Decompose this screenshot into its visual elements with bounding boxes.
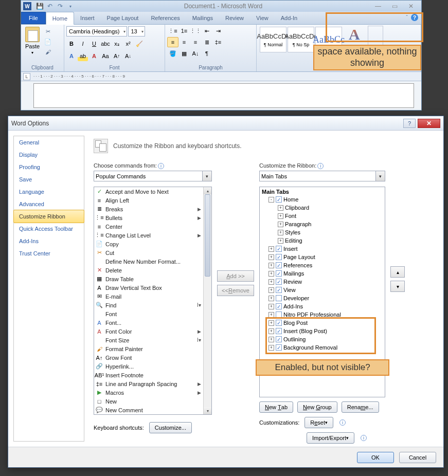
tree-item[interactable]: +Insert [261, 245, 384, 253]
tree-checkbox[interactable] [276, 196, 282, 203]
highlight-button[interactable]: ab [78, 51, 88, 61]
tree-item[interactable]: +Insert (Blog Post) [261, 327, 384, 335]
expander-icon[interactable]: + [268, 271, 274, 277]
tree-item[interactable]: +Styles [261, 228, 384, 236]
tree-item[interactable]: +Mailings [261, 269, 384, 278]
superscript-button[interactable]: x² [123, 39, 133, 49]
command-item[interactable]: AFont Color▶ [94, 327, 203, 336]
tab-review[interactable]: Review [219, 12, 250, 24]
command-item[interactable]: ≡Center [94, 222, 203, 231]
nav-item-quick-access-toolbar[interactable]: Quick Access Toolbar [14, 223, 84, 235]
command-item[interactable]: ✕Delete [94, 266, 203, 274]
expander-icon[interactable]: - [268, 197, 274, 203]
tab-view[interactable]: View [250, 12, 275, 24]
maximize-button[interactable]: ▭ [388, 3, 401, 10]
tree-item[interactable]: +Clipboard [261, 204, 384, 212]
font-size-combo[interactable]: 13▾ [128, 26, 145, 36]
expander-icon[interactable]: + [268, 320, 274, 326]
tree-checkbox[interactable] [276, 336, 282, 342]
command-item[interactable]: Font [94, 309, 203, 318]
command-item[interactable]: ‡≡Line and Paragraph Spacing▶ [94, 379, 203, 388]
command-item[interactable]: ✓Accept and Move to Next [94, 187, 203, 196]
tree-item[interactable]: +Editing [261, 236, 384, 245]
command-item[interactable]: 🖌Format Painter [94, 344, 203, 353]
command-item[interactable]: ADraw Vertical Text Box [94, 283, 203, 292]
expander-icon[interactable]: + [268, 328, 274, 334]
command-item[interactable]: ≡Align Left [94, 196, 203, 205]
nav-item-add-ins[interactable]: Add-Ins [14, 235, 84, 247]
tree-item[interactable]: -Home [261, 195, 384, 204]
expander-icon[interactable]: + [278, 238, 283, 244]
grow-font-button[interactable]: A↑ [112, 51, 122, 61]
tree-checkbox[interactable] [276, 254, 282, 260]
remove-button[interactable]: << Remove [217, 285, 254, 296]
dialog-close-button[interactable]: ✕ [418, 119, 440, 128]
info-icon[interactable]: i [158, 163, 164, 169]
nav-item-save[interactable]: Save [14, 173, 84, 186]
tree-checkbox[interactable] [276, 303, 282, 309]
expander-icon[interactable]: + [268, 345, 274, 351]
import-export-button[interactable]: Import/Export [307, 432, 354, 444]
paste-button[interactable]: Paste ▾ [23, 26, 42, 56]
dialog-help-button[interactable]: ? [403, 119, 416, 128]
nav-item-advanced[interactable]: Advanced [14, 198, 84, 210]
dec-indent-button[interactable]: ⇤ [201, 26, 212, 36]
tree-checkbox[interactable] [276, 262, 282, 268]
commands-listbox[interactable]: ✓Accept and Move to Next≡Align Left≣Brea… [94, 187, 212, 415]
tree-checkbox[interactable] [276, 287, 282, 293]
info-icon[interactable]: i [361, 435, 367, 441]
tree-checkbox[interactable] [276, 320, 282, 326]
shading-button[interactable]: 🪣 [167, 48, 178, 59]
help-icon[interactable]: ? [411, 14, 418, 21]
font-color-button[interactable]: A [89, 51, 99, 61]
new-group-button[interactable]: New Group [297, 401, 337, 413]
inc-indent-button[interactable]: ⇥ [212, 26, 224, 36]
font-name-combo[interactable]: Cambria (Headings)▾ [66, 26, 127, 36]
command-item[interactable]: ⋮≡Bullets▶ [94, 213, 203, 222]
command-item[interactable]: 💬New Comment [94, 406, 203, 414]
command-item[interactable]: ▶Macros▶ [94, 388, 203, 397]
tree-item[interactable]: +Add-Ins [261, 302, 384, 310]
command-item[interactable]: 📄Copy [94, 240, 203, 248]
tab-selector[interactable]: L [23, 73, 30, 80]
show-marks-button[interactable]: ¶ [201, 48, 212, 59]
tree-item[interactable]: +View [261, 286, 384, 294]
bold-button[interactable]: B [66, 39, 77, 49]
command-item[interactable]: ≣Breaks▶ [94, 205, 203, 213]
command-item[interactable]: ⋮≡Change List Level▶ [94, 231, 203, 240]
justify-button[interactable]: ≣ [201, 37, 212, 47]
dialog-title-bar[interactable]: Word Options ? ✕ [8, 116, 443, 131]
expander-icon[interactable]: + [278, 205, 283, 211]
tree-checkbox[interactable] [276, 279, 282, 285]
tree-item[interactable]: +References [261, 261, 384, 269]
tree-item[interactable]: +Background Removal [261, 343, 384, 352]
command-item[interactable]: AFont... [94, 318, 203, 327]
command-item[interactable]: □New [94, 397, 203, 406]
sort-button[interactable]: A↓ [190, 48, 201, 59]
clear-format-button[interactable]: 🧹 [134, 39, 145, 49]
command-item[interactable]: 🔍FindI▾ [94, 301, 203, 309]
rename-button[interactable]: Rename... [342, 401, 379, 413]
subscript-button[interactable]: x₂ [112, 39, 122, 49]
text-effects-button[interactable]: A [66, 51, 77, 61]
underline-button[interactable]: U [89, 39, 99, 49]
command-item[interactable]: AB¹Insert Footnote [94, 371, 203, 379]
nav-item-display[interactable]: Display [14, 149, 84, 161]
close-button[interactable]: ✕ [405, 3, 417, 10]
ribbon-scope-combo[interactable]: Main Tabs [259, 171, 385, 181]
tab-page-layout[interactable]: Page Layout [101, 12, 145, 24]
borders-button[interactable]: ▦ [178, 48, 190, 59]
horizontal-ruler[interactable]: L · · · 1 · · · 2 · · · 3 · · · 4 · · · … [21, 72, 421, 81]
minimize-button[interactable]: — [372, 3, 384, 10]
info-icon[interactable]: i [317, 163, 324, 169]
ok-button[interactable]: OK [357, 452, 394, 463]
command-item[interactable]: ✉E-mail [94, 292, 203, 301]
minimize-ribbon-icon[interactable]: ˆ [406, 14, 408, 21]
qat-redo-icon[interactable]: ↷ [56, 2, 64, 10]
move-up-button[interactable]: ▴ [390, 266, 405, 278]
qat-dropdown-icon[interactable]: ▾ [66, 2, 75, 10]
tab-home[interactable]: Home [46, 12, 74, 25]
change-case-button[interactable]: Aa [100, 51, 111, 61]
nav-item-language[interactable]: Language [14, 186, 84, 198]
tab-addins[interactable]: Add-In [275, 12, 303, 24]
